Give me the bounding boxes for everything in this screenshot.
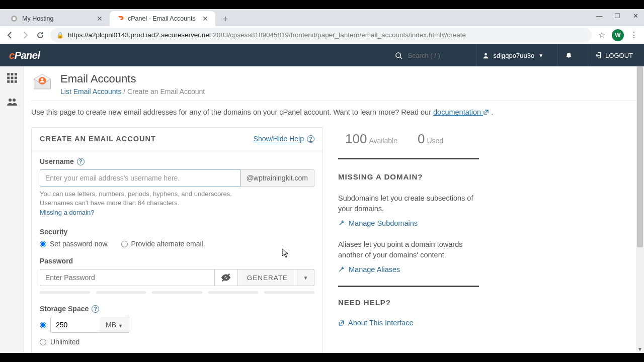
bookmark-icon[interactable]: ☆ xyxy=(597,30,607,40)
svg-rect-9 xyxy=(11,77,13,79)
domain-addon[interactable]: @wptrainingkit.com xyxy=(240,169,314,187)
svg-rect-12 xyxy=(11,80,13,83)
generate-dropdown[interactable]: ▼ xyxy=(297,269,314,286)
notifications-button[interactable] xyxy=(557,44,580,66)
stat-used-label: Used xyxy=(427,137,443,145)
create-account-card: CREATE AN EMAIL ACCOUNT Show/Hide Help ?… xyxy=(31,127,323,353)
vertical-scrollbar[interactable]: ▲ ▼ xyxy=(636,66,644,353)
wrench-icon xyxy=(338,266,345,273)
manage-subdomains-link[interactable]: Manage Subdomains xyxy=(338,219,479,227)
breadcrumb-list-link[interactable]: List Email Accounts xyxy=(60,87,121,96)
search-input[interactable] xyxy=(408,52,468,59)
chevron-down-icon: ▼ xyxy=(118,323,123,328)
missing-domain-link[interactable]: Missing a domain? xyxy=(40,209,94,216)
stat-used-num: 0 xyxy=(418,131,425,146)
radio-storage-custom[interactable]: MB ▼ xyxy=(40,317,314,333)
help-icon[interactable]: ? xyxy=(77,158,85,165)
window-controls: — ☐ ✕ xyxy=(595,12,640,20)
missing-domain-heading: MISSING A DOMAIN? xyxy=(338,172,479,181)
svg-point-14 xyxy=(9,99,12,102)
logout-icon xyxy=(595,52,602,59)
chevron-down-icon: ▼ xyxy=(538,53,543,58)
svg-point-4 xyxy=(485,53,488,55)
minimize-icon[interactable]: — xyxy=(595,12,604,20)
profile-avatar[interactable]: W xyxy=(612,29,624,41)
favicon-cpanel xyxy=(116,15,124,23)
back-button[interactable] xyxy=(5,30,15,40)
main-content: Email Accounts List Email Accounts / Cre… xyxy=(24,66,644,353)
email-accounts-icon xyxy=(31,72,53,95)
password-strength-meter xyxy=(40,291,314,294)
radio-alt-email[interactable]: Provide alternate email. xyxy=(121,240,205,248)
documentation-link[interactable]: documentation xyxy=(433,108,489,116)
browser-tab-1[interactable]: cPanel - Email Accounts ✕ xyxy=(110,11,215,26)
logout-button[interactable]: LOGOUT xyxy=(588,44,635,66)
generate-button[interactable]: GENERATE xyxy=(238,269,297,286)
search-icon xyxy=(395,52,403,59)
cpanel-header: cPanel sdjgqpo7uu3o ▼ LOGOUT xyxy=(0,44,644,66)
username-input[interactable] xyxy=(40,169,240,187)
close-window-icon[interactable]: ✕ xyxy=(631,12,640,20)
scroll-down-arrow[interactable]: ▼ xyxy=(636,345,644,353)
side-info: 100Available 0Used MISSING A DOMAIN? Sub… xyxy=(338,127,479,327)
tab-title: My Hosting xyxy=(22,15,92,22)
subdomain-text: Subdomains let you create subsections of… xyxy=(338,193,479,214)
new-tab-button[interactable]: + xyxy=(218,12,232,26)
radio-storage-unlimited[interactable]: Unlimited xyxy=(40,338,314,346)
tab-strip: My Hosting ✕ cPanel - Email Accounts ✕ +… xyxy=(0,9,644,26)
svg-rect-5 xyxy=(7,73,10,75)
storage-unit-dropdown[interactable]: MB ▼ xyxy=(100,317,129,333)
close-icon[interactable]: ✕ xyxy=(96,15,104,23)
forward-button[interactable] xyxy=(20,30,30,40)
apps-grid-icon[interactable] xyxy=(5,70,20,85)
breadcrumb-current: Create an Email Account xyxy=(127,87,205,96)
username-label: Username? xyxy=(40,157,314,165)
favicon-hosting xyxy=(10,15,18,23)
url-bar[interactable]: 🔒 https://a2plcpnl0143.prod.iad2.secures… xyxy=(50,28,592,42)
reload-button[interactable] xyxy=(35,30,45,40)
tab-title: cPanel - Email Accounts xyxy=(128,15,197,22)
username-hint2: Usernames can't have more than 64 charac… xyxy=(40,199,314,208)
password-input[interactable] xyxy=(40,269,215,286)
header-search[interactable] xyxy=(395,52,468,59)
bell-icon xyxy=(565,52,573,59)
chevron-down-icon: ▼ xyxy=(303,275,308,281)
user-icon xyxy=(482,52,489,59)
browser-tab-0[interactable]: My Hosting ✕ xyxy=(4,11,110,26)
help-icon: ? xyxy=(307,135,314,143)
show-hide-help-link[interactable]: Show/Hide Help ? xyxy=(254,135,314,143)
cpanel-logo[interactable]: cPanel xyxy=(9,50,40,61)
help-icon[interactable]: ? xyxy=(92,305,99,313)
url-text: https://a2plcpnl0143.prod.iad2.secureser… xyxy=(68,31,466,39)
left-rail xyxy=(0,66,24,353)
storage-label: Storage Space? xyxy=(40,305,314,313)
lock-icon: 🔒 xyxy=(56,32,64,39)
intro-text: Use this page to create new email addres… xyxy=(31,108,636,116)
user-menu[interactable]: sdjgqpo7uu3o ▼ xyxy=(476,44,549,66)
radio-set-password[interactable]: Set password now. xyxy=(40,240,109,248)
logout-label: LOGOUT xyxy=(605,52,633,59)
users-icon[interactable] xyxy=(5,95,20,110)
username-hint1: You can use letters, numbers, periods, h… xyxy=(40,190,314,199)
account-stats: 100Available 0Used xyxy=(338,127,479,159)
manage-aliases-link[interactable]: Manage Aliases xyxy=(338,265,479,274)
external-link-icon xyxy=(338,320,345,326)
username-label: sdjgqpo7uu3o xyxy=(493,52,534,59)
toggle-password-visibility[interactable] xyxy=(215,269,238,286)
menu-icon[interactable]: ⋮ xyxy=(629,30,639,40)
about-interface-link[interactable]: About This Interface xyxy=(338,319,479,327)
browser-chrome: My Hosting ✕ cPanel - Email Accounts ✕ +… xyxy=(0,9,644,44)
close-icon[interactable]: ✕ xyxy=(201,15,209,23)
need-help-heading: NEED HELP? xyxy=(338,298,479,307)
stat-available-num: 100 xyxy=(345,131,367,146)
wrench-icon xyxy=(338,220,345,227)
storage-value-input[interactable] xyxy=(50,317,101,333)
stat-available-label: Available xyxy=(369,137,397,145)
maximize-icon[interactable]: ☐ xyxy=(613,12,622,20)
security-label: Security xyxy=(40,228,314,236)
svg-line-3 xyxy=(400,57,403,59)
external-link-icon xyxy=(483,109,489,115)
alias-text: Aliases let you point a domain towards a… xyxy=(338,239,479,260)
svg-point-17 xyxy=(41,78,44,80)
scroll-thumb[interactable] xyxy=(637,66,643,247)
